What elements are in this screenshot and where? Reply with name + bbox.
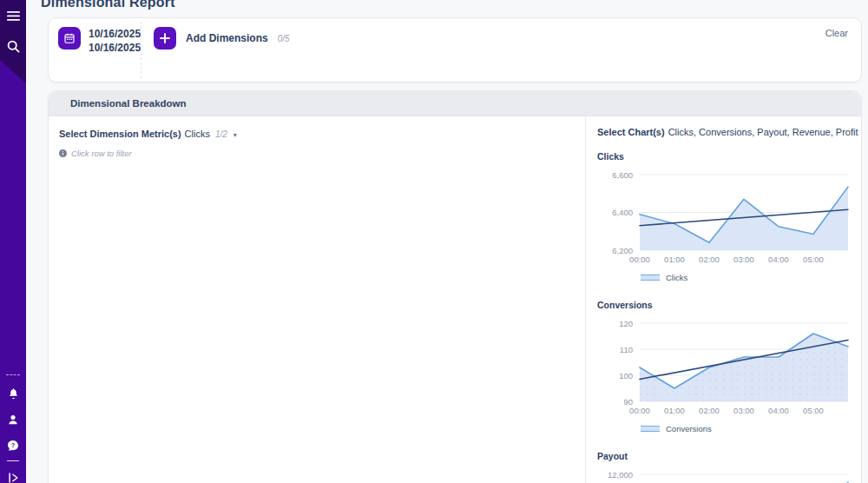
svg-text:03:00: 03:00 — [733, 255, 754, 264]
chart-title: Clicks — [597, 151, 851, 162]
chart-clicks: Clicks6,2006,4006,60000:0001:0002:0003:0… — [597, 151, 851, 282]
svg-text:03:00: 03:00 — [733, 406, 754, 415]
chart-selector[interactable]: Select Chart(s) Clicks, Conversions, Pay… — [597, 127, 851, 137]
collapse-arrow-icon[interactable] — [0, 465, 26, 483]
date-range-picker[interactable]: 10/16/2025 10/16/2025 — [49, 18, 141, 82]
chevron-down-icon: ▾ — [233, 131, 237, 139]
svg-text:120: 120 — [619, 319, 633, 328]
filter-hint-text: Click row to filter — [71, 149, 132, 158]
notifications-bell-icon[interactable] — [0, 380, 26, 407]
chart-selector-value: Clicks, Conversions, Payout, Revenue, Pr… — [668, 127, 858, 137]
svg-text:04:00: 04:00 — [768, 255, 789, 264]
svg-text:?: ? — [11, 441, 16, 449]
sidebar-bottom-icons: ? — [0, 371, 26, 483]
legend-label: Conversions — [666, 424, 712, 433]
svg-text:02:00: 02:00 — [699, 406, 720, 415]
svg-text:6,200: 6,200 — [612, 246, 633, 255]
chart-payout: Payout6,0008,00010,00012,00000:0001:0002… — [597, 451, 851, 483]
breakdown-body: Select Dimension Metric(s) Clicks 1/2 ▾ … — [49, 116, 861, 483]
hamburger-menu-icon[interactable] — [0, 3, 26, 30]
dimension-metric-selector[interactable]: Select Dimension Metric(s) Clicks 1/2 ▾ — [59, 129, 575, 139]
svg-text:01:00: 01:00 — [664, 255, 685, 264]
add-dimensions-count: 0/5 — [278, 34, 290, 43]
breakdown-charts-panel: Select Chart(s) Clicks, Conversions, Pay… — [586, 116, 861, 483]
filter-card: 10/16/2025 10/16/2025 Add Dimensions 0/5… — [48, 17, 862, 83]
sidebar-dashed-divider — [6, 374, 20, 375]
date-end: 10/16/2025 — [89, 41, 141, 55]
clear-button[interactable]: Clear — [812, 18, 861, 82]
svg-text:12,000: 12,000 — [608, 470, 633, 480]
metric-selector-count: 1/2 — [215, 129, 227, 139]
chart-title: Conversions — [597, 300, 851, 310]
date-range-values[interactable]: 10/16/2025 10/16/2025 — [89, 27, 141, 73]
page-title: Dimensional Report — [41, 0, 862, 10]
account-user-icon[interactable] — [0, 407, 26, 433]
chart-selector-label: Select Chart(s) — [597, 127, 665, 137]
svg-text:110: 110 — [620, 345, 633, 354]
svg-text:100: 100 — [619, 371, 633, 380]
svg-text:6,400: 6,400 — [612, 208, 633, 217]
info-icon — [59, 149, 67, 157]
svg-text:01:00: 01:00 — [664, 406, 685, 415]
svg-text:02:00: 02:00 — [699, 255, 720, 264]
svg-text:90: 90 — [623, 397, 633, 407]
svg-text:05:00: 05:00 — [803, 406, 824, 415]
svg-text:00:00: 00:00 — [629, 255, 650, 264]
sidebar-solid-divider — [7, 460, 19, 461]
main-content: Dimensional Report 10/16/2025 10/16/2025… — [26, 0, 868, 483]
chart-canvas-clicks[interactable]: 6,2006,4006,60000:0001:0002:0003:0004:00… — [597, 168, 851, 268]
charts-list: Clicks6,2006,4006,60000:0001:0002:0003:0… — [597, 151, 851, 483]
calendar-button[interactable] — [58, 27, 81, 50]
search-icon[interactable] — [0, 33, 26, 59]
sidebar: ? — [0, 0, 26, 483]
filter-hint: Click row to filter — [59, 149, 575, 158]
date-start: 10/16/2025 — [89, 27, 141, 41]
chart-legend: Conversions — [641, 424, 851, 433]
add-dimensions-plus-button[interactable] — [154, 27, 176, 50]
add-dimensions-label: Add Dimensions — [186, 32, 268, 44]
breakdown-header: Dimensional Breakdown — [49, 91, 861, 116]
breakdown-left-panel: Select Dimension Metric(s) Clicks 1/2 ▾ … — [49, 116, 586, 483]
chart-conversions: Conversions9010011012000:0001:0002:0003:… — [597, 300, 851, 433]
svg-text:00:00: 00:00 — [629, 406, 650, 415]
help-chat-icon[interactable]: ? — [0, 433, 26, 459]
legend-line-swatch — [641, 426, 660, 432]
app-root: ? Dimensional Report 10/16/2025 10/16/20… — [0, 0, 868, 483]
svg-text:05:00: 05:00 — [803, 255, 824, 264]
dimensional-breakdown-card: Dimensional Breakdown Select Dimension M… — [48, 90, 862, 483]
svg-text:04:00: 04:00 — [768, 406, 789, 415]
svg-text:6,600: 6,600 — [612, 170, 633, 180]
chart-canvas-conversions[interactable]: 9010011012000:0001:0002:0003:0004:0005:0… — [597, 316, 851, 419]
chart-title: Payout — [597, 451, 851, 461]
chart-legend: Clicks — [641, 273, 851, 282]
metric-selector-label: Select Dimension Metric(s) — [59, 129, 181, 139]
legend-label: Clicks — [666, 273, 687, 282]
legend-line-swatch — [641, 275, 660, 281]
chart-canvas-payout[interactable]: 6,0008,00010,00012,00000:0001:0002:0003:… — [597, 467, 851, 483]
metric-selector-value: Clicks — [185, 129, 210, 139]
add-dimensions-control[interactable]: Add Dimensions 0/5 — [141, 18, 302, 82]
